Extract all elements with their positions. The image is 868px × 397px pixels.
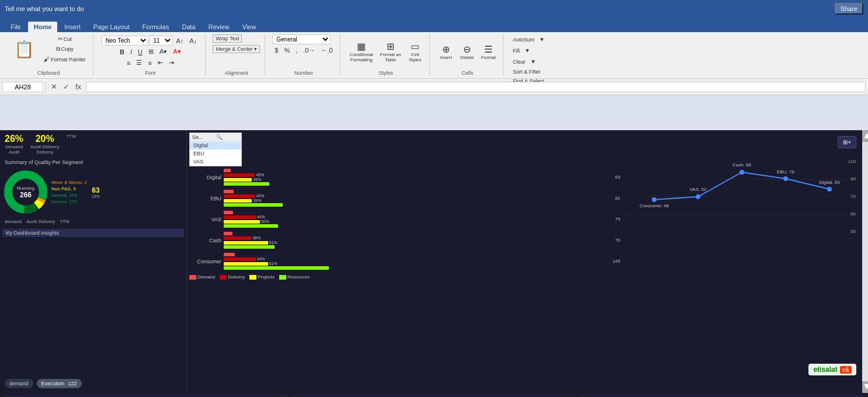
hbar-bar-VAS-3 bbox=[224, 224, 278, 228]
fill-dropdown[interactable]: ▾ bbox=[523, 46, 532, 55]
alignment-controls: Wrap Text Merge & Center ▾ bbox=[213, 34, 260, 69]
dropdown-option-vas[interactable]: VAS bbox=[190, 158, 241, 166]
fill-color-button[interactable]: A▾ bbox=[157, 47, 169, 57]
ribbon-tabs-row: File Home Insert Page Layout Formulas Da… bbox=[0, 18, 868, 32]
cells-label: Cells bbox=[461, 69, 473, 76]
bold-button[interactable]: B bbox=[117, 47, 127, 57]
paste-button[interactable]: 📋 bbox=[9, 37, 39, 61]
fill-button[interactable]: Fill bbox=[511, 46, 522, 55]
decrease-font-button[interactable]: A↓ bbox=[187, 36, 199, 46]
conditional-formatting-button[interactable]: ▦ ConditionalFormatting bbox=[348, 40, 376, 64]
indent-more-button[interactable]: ⇥ bbox=[166, 58, 176, 68]
align-center-button[interactable]: ☰ bbox=[134, 58, 144, 68]
add-chart-button-area: ⊞+ bbox=[838, 136, 856, 148]
filter-row: Se... 🔍 ≡ Digital EBU VAS bbox=[189, 133, 620, 166]
percent-button[interactable]: % bbox=[282, 46, 292, 55]
conditional-label: ConditionalFormatting bbox=[350, 52, 373, 62]
svg-text:VAS, 52: VAS, 52 bbox=[690, 187, 707, 192]
tab-insert[interactable]: Insert bbox=[58, 22, 86, 32]
hbar-bar-Cash-2 bbox=[224, 241, 268, 245]
hbar-row-EBU: EBU43%39%81 bbox=[189, 190, 620, 207]
formula-input[interactable] bbox=[86, 82, 866, 92]
indent-less-button[interactable]: ⇤ bbox=[155, 58, 165, 68]
scrollbar-right[interactable]: ▲ ▼ bbox=[862, 130, 868, 393]
merge-center-button[interactable]: Merge & Center ▾ bbox=[213, 45, 260, 53]
font-name-select[interactable]: Neo Tech bbox=[102, 36, 148, 46]
cell-styles-button[interactable]: ▭ CellStyles bbox=[406, 40, 425, 64]
add-chart-button[interactable]: ⊞+ bbox=[838, 136, 856, 148]
cancel-icon[interactable]: ✕ bbox=[48, 82, 60, 91]
scrollbar-track[interactable] bbox=[862, 142, 868, 381]
comma-button[interactable]: , bbox=[293, 46, 300, 55]
donut-chart: Running 266 bbox=[2, 169, 49, 215]
hbar-bar-Cash-0 bbox=[224, 232, 232, 235]
left-panel: 26% Demand Audit 20% Audit Delivery Deli… bbox=[0, 130, 187, 393]
dropdown-option-ebu[interactable]: EBU bbox=[190, 149, 241, 158]
font-size-select[interactable]: 11 bbox=[150, 36, 173, 46]
currency-button[interactable]: $ bbox=[272, 46, 280, 55]
scrollbar-down[interactable]: ▼ bbox=[862, 381, 868, 393]
clear-dropdown[interactable]: ▾ bbox=[529, 57, 537, 67]
delete-button[interactable]: ⊖ Delete bbox=[458, 43, 477, 61]
ribbon-group-font: Neo Tech 11 A↑ A↓ B I U ⊞ A▾ A▾ bbox=[96, 34, 206, 76]
format-table-button[interactable]: ⊞ Format asTable bbox=[378, 40, 404, 64]
ribbon-group-styles: ▦ ConditionalFormatting ⊞ Format asTable… bbox=[343, 34, 430, 76]
formula-area-blank bbox=[0, 95, 868, 130]
cell-styles-label: CellStyles bbox=[409, 52, 422, 62]
autosum-button[interactable]: AutoSum bbox=[511, 34, 537, 44]
autosum-dropdown[interactable]: ▾ bbox=[538, 34, 546, 44]
hbar-bar-Consumer-2 bbox=[224, 262, 268, 266]
tab-review[interactable]: Review bbox=[203, 22, 235, 32]
format-button[interactable]: ☰ Format bbox=[479, 43, 498, 61]
dropdown-header[interactable]: Se... 🔍 ≡ bbox=[190, 133, 241, 141]
hbar-bar-VAS-2 bbox=[224, 220, 260, 224]
border-button[interactable]: ⊞ bbox=[146, 47, 156, 57]
format-painter-button[interactable]: 🖌 Format Painter bbox=[41, 55, 88, 64]
insert-label: Insert bbox=[440, 55, 452, 60]
dec-decrease-button[interactable]: ←.0 bbox=[318, 46, 335, 55]
hbar-bar-VAS-1 bbox=[224, 215, 256, 219]
ribbon-title: Tell me what you want to do bbox=[5, 5, 84, 12]
scrollbar-up[interactable]: ▲ bbox=[862, 130, 868, 142]
align-left-button[interactable]: ≡ bbox=[124, 58, 133, 68]
conditional-icon: ▦ bbox=[357, 41, 366, 52]
hbar-label-Cash: Cash bbox=[189, 238, 221, 243]
ribbon-group-clipboard: 📋 ✂ Cut ⧉ Copy 🖌 Format Pai bbox=[5, 34, 93, 76]
sort-filter-button[interactable]: Sort & Filter bbox=[511, 68, 543, 76]
tab-home[interactable]: Home bbox=[28, 22, 58, 32]
execution-button[interactable]: Execution 122 bbox=[37, 379, 82, 388]
cut-button[interactable]: ✂ Cut bbox=[41, 34, 88, 43]
share-button[interactable]: Share bbox=[835, 3, 863, 15]
confirm-icon[interactable]: ✓ bbox=[61, 82, 72, 91]
hbar-bar-EBU-1 bbox=[224, 194, 255, 198]
number-format-select[interactable]: General bbox=[272, 34, 331, 44]
svg-text:70: 70 bbox=[850, 194, 856, 199]
copy-button[interactable]: ⧉ Copy bbox=[41, 44, 88, 54]
ribbon-content: 📋 ✂ Cut ⧉ Copy 🖌 Format Pai bbox=[0, 32, 868, 79]
tab-page-layout[interactable]: Page Layout bbox=[88, 22, 136, 32]
insert-button[interactable]: ⊕ Insert bbox=[437, 43, 456, 61]
font-color-button[interactable]: A▾ bbox=[171, 47, 183, 57]
demand-button[interactable]: demand bbox=[5, 379, 33, 388]
dropdown-option-digital[interactable]: Digital bbox=[190, 141, 241, 149]
right-panel: 130 110 90 70 50 30 bbox=[623, 130, 868, 393]
underline-button[interactable]: U bbox=[136, 47, 145, 57]
hbar-label-EBU: EBU bbox=[189, 196, 221, 201]
align-right-button[interactable]: ≡ bbox=[145, 58, 154, 68]
clipboard-label: Clipboard bbox=[37, 69, 60, 76]
italic-button[interactable]: I bbox=[128, 47, 134, 57]
increase-font-button[interactable]: A↑ bbox=[174, 36, 186, 46]
cell-reference-input[interactable] bbox=[2, 82, 43, 92]
tab-file[interactable]: File bbox=[5, 22, 27, 32]
dashboard-insights-label: kly Dashboard Insights bbox=[2, 229, 184, 237]
svg-text:30: 30 bbox=[850, 229, 856, 234]
tab-data[interactable]: Data bbox=[176, 22, 201, 32]
tab-view[interactable]: View bbox=[237, 22, 262, 32]
hbar-bar-Cash-3 bbox=[224, 245, 275, 249]
clear-button[interactable]: Clear bbox=[511, 57, 528, 67]
dec-increase-button[interactable]: .0→ bbox=[301, 46, 317, 55]
wrap-text-button[interactable]: Wrap Text bbox=[213, 34, 242, 43]
tab-formulas[interactable]: Formulas bbox=[137, 22, 175, 32]
fx-icon[interactable]: fx bbox=[73, 82, 84, 91]
ribbon-group-cells: ⊕ Insert ⊖ Delete ☰ Format Cells bbox=[432, 34, 504, 76]
